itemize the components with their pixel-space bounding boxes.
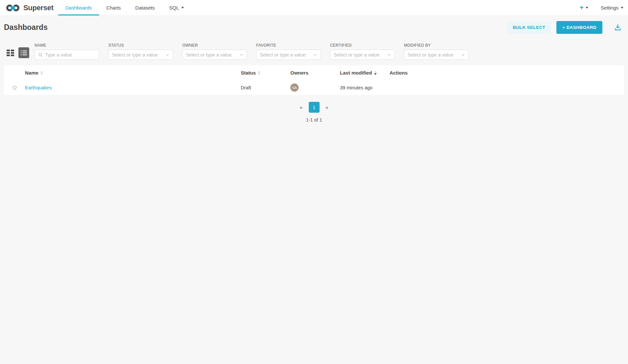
chevron-down-icon	[461, 53, 465, 57]
chevron-down-icon	[621, 7, 623, 9]
owner-avatar[interactable]: SA	[290, 83, 299, 92]
sort-toggle-icon[interactable]	[258, 71, 260, 75]
select-placeholder: Select or type a value	[260, 52, 305, 57]
nav-item-label: Dashboards	[65, 5, 92, 11]
filter-label: FAVORITE	[256, 43, 321, 48]
favorite-star-button[interactable]	[11, 84, 18, 91]
table-row: Earthquakes Draft SA 39 minutes ago	[4, 80, 624, 95]
nav-item-label: Charts	[106, 5, 121, 11]
new-item-menu-button[interactable]: +	[580, 4, 588, 12]
chevron-down-icon	[313, 53, 317, 57]
owner-filter-select[interactable]: Select or type a value	[182, 50, 247, 60]
bulk-select-button[interactable]: BULK SELECT	[507, 21, 551, 34]
sort-toggle-icon[interactable]	[40, 71, 43, 75]
last-modified-value: 39 minutes ago	[340, 85, 372, 90]
top-navbar: Superset Dashboards Charts Datasets SQL …	[0, 0, 628, 16]
nav-item-charts[interactable]: Charts	[99, 0, 128, 15]
header-actions: BULK SELECT + DASHBOARD	[507, 21, 623, 34]
nav-item-label: SQL	[169, 5, 179, 11]
column-header-actions: Actions	[390, 70, 624, 76]
modified-by-filter-select[interactable]: Select or type a value	[404, 50, 469, 60]
plus-icon: +	[580, 4, 584, 12]
filter-field-status: STATUS Select or type a value	[108, 43, 173, 60]
column-header-name[interactable]: Name	[25, 70, 241, 76]
chevron-down-icon	[166, 53, 169, 57]
next-page-button[interactable]: »	[323, 103, 331, 112]
filter-label: CERTIFIED	[330, 43, 395, 48]
filter-field-modified-by: MODIFIED BY Select or type a value	[404, 43, 469, 60]
grid-view-icon	[7, 50, 14, 56]
chevron-down-icon	[387, 53, 391, 57]
superset-logo[interactable]: Superset	[5, 0, 54, 15]
column-header-label: Name	[25, 70, 38, 76]
chevron-down-icon	[586, 7, 588, 9]
favorite-filter-select[interactable]: Select or type a value	[256, 50, 321, 60]
download-icon	[614, 23, 622, 32]
select-placeholder: Select or type a value	[186, 52, 232, 57]
pager: « 1 »	[297, 102, 331, 113]
chevron-down-icon	[239, 53, 243, 57]
column-header-last-modified[interactable]: Last modified	[340, 70, 390, 76]
name-filter-input[interactable]	[45, 52, 96, 57]
status-filter-select[interactable]: Select or type a value	[108, 50, 173, 60]
pagination: « 1 » 1-1 of 1	[0, 102, 628, 123]
column-header-label: Owners	[290, 70, 308, 76]
view-mode-toggles	[7, 47, 29, 58]
status-value: Draft	[241, 85, 251, 90]
page-header: Dashboards BULK SELECT + DASHBOARD	[0, 21, 628, 34]
previous-page-button[interactable]: «	[297, 103, 305, 112]
pagination-summary: 1-1 of 1	[306, 117, 322, 123]
settings-menu-button[interactable]: Settings	[601, 5, 623, 11]
dashboard-link[interactable]: Earthquakes	[25, 85, 52, 90]
filter-field-name: NAME	[34, 43, 99, 60]
nav-item-dashboards[interactable]: Dashboards	[58, 0, 99, 15]
chevron-down-icon	[181, 7, 184, 9]
filter-label: MODIFIED BY	[404, 43, 469, 48]
filter-field-certified: CERTIFIED Select or type a value	[330, 43, 395, 60]
column-header-status[interactable]: Status	[241, 70, 290, 76]
star-outline-icon	[11, 84, 18, 91]
filter-field-owner: OWNER Select or type a value	[182, 43, 247, 60]
sort-desc-icon[interactable]	[374, 71, 377, 75]
filter-label: STATUS	[108, 43, 173, 48]
select-placeholder: Select or type a value	[408, 52, 453, 57]
column-header-label: Last modified	[340, 70, 372, 76]
page-title: Dashboards	[4, 23, 48, 32]
column-header-label: Status	[241, 70, 256, 76]
nav-item-sql[interactable]: SQL	[162, 0, 191, 15]
table-header-row: Name Status Owners Last modified Actions	[4, 65, 624, 80]
list-view-icon	[18, 47, 29, 58]
brand-name: Superset	[23, 4, 54, 12]
navbar-right: + Settings	[580, 0, 623, 15]
card-view-toggle[interactable]	[7, 50, 14, 56]
superset-infinity-icon	[5, 4, 20, 12]
nav-item-label: Datasets	[135, 5, 155, 11]
select-placeholder: Select or type a value	[334, 52, 379, 57]
import-dashboards-button[interactable]	[612, 23, 623, 32]
filter-label: NAME	[34, 43, 99, 48]
main-nav: Dashboards Charts Datasets SQL	[58, 0, 191, 15]
search-icon	[38, 53, 43, 57]
list-view-toggle[interactable]	[18, 47, 29, 58]
page-number-active[interactable]: 1	[309, 102, 320, 113]
select-placeholder: Select or type a value	[112, 52, 158, 57]
column-header-owners: Owners	[290, 70, 340, 76]
column-header-label: Actions	[390, 70, 408, 76]
nav-item-datasets[interactable]: Datasets	[128, 0, 162, 15]
new-dashboard-button[interactable]: + DASHBOARD	[556, 21, 602, 34]
certified-filter-select[interactable]: Select or type a value	[330, 50, 395, 60]
dashboards-table: Name Status Owners Last modified Actions	[4, 65, 624, 95]
filter-label: OWNER	[182, 43, 247, 48]
filter-field-favorite: FAVORITE Select or type a value	[256, 43, 321, 60]
settings-label: Settings	[601, 5, 618, 11]
filter-bar: NAME STATUS Select or type a value OWNER…	[0, 43, 628, 60]
